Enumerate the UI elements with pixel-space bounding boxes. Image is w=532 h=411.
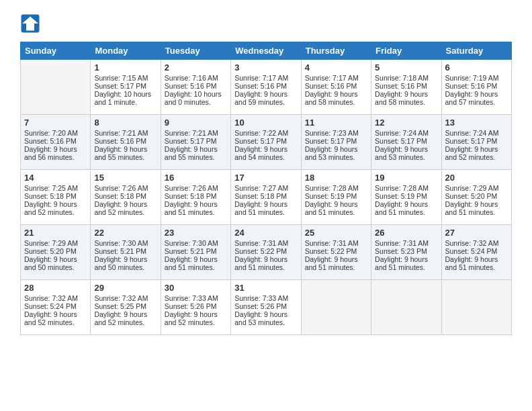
sunset-text: Sunset: 5:16 PM <box>445 82 508 90</box>
daylight-text: Daylight: 9 hours and 51 minutes. <box>234 255 297 271</box>
day-cell: 4Sunrise: 7:17 AMSunset: 5:16 PMDaylight… <box>301 60 371 115</box>
sunrise-text: Sunrise: 7:28 AM <box>305 184 367 192</box>
day-number: 4 <box>305 62 367 73</box>
day-cell: 29Sunrise: 7:32 AMSunset: 5:25 PMDayligh… <box>91 280 161 335</box>
day-number: 14 <box>24 173 87 183</box>
daylight-text: Daylight: 9 hours and 51 minutes. <box>445 255 508 271</box>
day-number: 8 <box>94 118 157 128</box>
day-number: 9 <box>165 118 227 128</box>
daylight-text: Daylight: 9 hours and 58 minutes. <box>375 90 437 106</box>
header-cell-friday: Friday <box>371 42 441 60</box>
day-number: 29 <box>94 283 157 293</box>
sunrise-text: Sunrise: 7:18 AM <box>375 74 437 82</box>
sunrise-text: Sunrise: 7:15 AM <box>94 74 157 82</box>
sunset-text: Sunset: 5:19 PM <box>305 192 367 200</box>
day-cell <box>21 60 91 115</box>
day-cell: 7Sunrise: 7:20 AMSunset: 5:16 PMDaylight… <box>21 115 91 170</box>
sunrise-text: Sunrise: 7:26 AM <box>94 184 157 192</box>
sunset-text: Sunset: 5:24 PM <box>445 247 508 255</box>
daylight-text: Daylight: 9 hours and 51 minutes. <box>165 200 227 216</box>
day-number: 27 <box>445 228 508 238</box>
day-number: 3 <box>234 62 297 73</box>
sunset-text: Sunset: 5:17 PM <box>445 137 508 145</box>
sunset-text: Sunset: 5:20 PM <box>445 192 508 200</box>
sunset-text: Sunset: 5:18 PM <box>94 192 157 200</box>
sunset-text: Sunset: 5:23 PM <box>375 247 437 255</box>
day-cell: 6Sunrise: 7:19 AMSunset: 5:16 PMDaylight… <box>441 60 511 115</box>
day-cell: 18Sunrise: 7:28 AMSunset: 5:19 PMDayligh… <box>301 170 371 225</box>
day-number: 22 <box>94 228 157 238</box>
day-number: 2 <box>165 62 227 73</box>
week-row: 28Sunrise: 7:32 AMSunset: 5:24 PMDayligh… <box>21 280 512 335</box>
sunset-text: Sunset: 5:24 PM <box>24 302 87 310</box>
sunset-text: Sunset: 5:22 PM <box>234 247 297 255</box>
day-number: 13 <box>445 118 508 128</box>
daylight-text: Daylight: 9 hours and 53 minutes. <box>234 310 297 326</box>
day-cell <box>301 280 371 335</box>
sunrise-text: Sunrise: 7:31 AM <box>234 239 297 247</box>
daylight-text: Daylight: 9 hours and 51 minutes. <box>305 200 367 216</box>
day-number: 23 <box>165 228 227 238</box>
header-cell-monday: Monday <box>91 42 161 60</box>
daylight-text: Daylight: 9 hours and 50 minutes. <box>24 255 87 271</box>
sunrise-text: Sunrise: 7:24 AM <box>375 129 437 137</box>
sunset-text: Sunset: 5:16 PM <box>234 82 297 90</box>
sunrise-text: Sunrise: 7:21 AM <box>94 129 157 137</box>
header-cell-tuesday: Tuesday <box>161 42 230 60</box>
day-cell: 30Sunrise: 7:33 AMSunset: 5:26 PMDayligh… <box>161 280 230 335</box>
day-cell: 22Sunrise: 7:30 AMSunset: 5:21 PMDayligh… <box>91 225 161 280</box>
daylight-text: Daylight: 9 hours and 58 minutes. <box>305 90 367 106</box>
day-number: 26 <box>375 228 437 238</box>
daylight-text: Daylight: 9 hours and 52 minutes. <box>24 310 87 326</box>
day-cell: 10Sunrise: 7:22 AMSunset: 5:17 PMDayligh… <box>231 115 301 170</box>
daylight-text: Daylight: 9 hours and 51 minutes. <box>375 200 437 216</box>
sunrise-text: Sunrise: 7:16 AM <box>165 74 227 82</box>
logo <box>20 13 43 34</box>
day-cell: 20Sunrise: 7:29 AMSunset: 5:20 PMDayligh… <box>441 170 511 225</box>
day-cell: 5Sunrise: 7:18 AMSunset: 5:16 PMDaylight… <box>371 60 441 115</box>
day-cell: 15Sunrise: 7:26 AMSunset: 5:18 PMDayligh… <box>91 170 161 225</box>
sunset-text: Sunset: 5:19 PM <box>375 192 437 200</box>
sunrise-text: Sunrise: 7:32 AM <box>24 294 87 302</box>
day-cell: 31Sunrise: 7:33 AMSunset: 5:26 PMDayligh… <box>231 280 301 335</box>
sunrise-text: Sunrise: 7:31 AM <box>375 239 437 247</box>
day-cell: 1Sunrise: 7:15 AMSunset: 5:17 PMDaylight… <box>91 60 161 115</box>
sunset-text: Sunset: 5:18 PM <box>24 192 87 200</box>
day-number: 17 <box>234 173 297 183</box>
day-cell: 12Sunrise: 7:24 AMSunset: 5:17 PMDayligh… <box>371 115 441 170</box>
daylight-text: Daylight: 9 hours and 55 minutes. <box>165 145 227 161</box>
sunset-text: Sunset: 5:17 PM <box>94 82 157 90</box>
daylight-text: Daylight: 9 hours and 52 minutes. <box>445 145 508 161</box>
sunset-text: Sunset: 5:20 PM <box>24 247 87 255</box>
day-cell: 28Sunrise: 7:32 AMSunset: 5:24 PMDayligh… <box>21 280 91 335</box>
daylight-text: Daylight: 9 hours and 55 minutes. <box>94 145 157 161</box>
day-number: 18 <box>305 173 367 183</box>
sunset-text: Sunset: 5:17 PM <box>165 137 227 145</box>
week-row: 21Sunrise: 7:29 AMSunset: 5:20 PMDayligh… <box>21 225 512 280</box>
sunset-text: Sunset: 5:18 PM <box>234 192 297 200</box>
day-number: 28 <box>24 283 87 293</box>
day-number: 15 <box>94 173 157 183</box>
daylight-text: Daylight: 9 hours and 54 minutes. <box>234 145 297 161</box>
header-row: SundayMondayTuesdayWednesdayThursdayFrid… <box>21 42 512 60</box>
day-number: 1 <box>94 62 157 73</box>
sunrise-text: Sunrise: 7:23 AM <box>305 129 367 137</box>
header <box>20 13 512 34</box>
day-cell: 24Sunrise: 7:31 AMSunset: 5:22 PMDayligh… <box>231 225 301 280</box>
day-cell: 2Sunrise: 7:16 AMSunset: 5:16 PMDaylight… <box>161 60 230 115</box>
sunrise-text: Sunrise: 7:31 AM <box>305 239 367 247</box>
daylight-text: Daylight: 10 hours and 0 minutes. <box>165 90 227 106</box>
day-number: 24 <box>234 228 297 238</box>
day-number: 19 <box>375 173 437 183</box>
daylight-text: Daylight: 9 hours and 52 minutes. <box>24 200 87 216</box>
day-cell: 9Sunrise: 7:21 AMSunset: 5:17 PMDaylight… <box>161 115 230 170</box>
day-number: 31 <box>234 283 297 293</box>
day-cell: 13Sunrise: 7:24 AMSunset: 5:17 PMDayligh… <box>441 115 511 170</box>
daylight-text: Daylight: 9 hours and 51 minutes. <box>445 200 508 216</box>
daylight-text: Daylight: 9 hours and 51 minutes. <box>375 255 437 271</box>
day-cell: 25Sunrise: 7:31 AMSunset: 5:22 PMDayligh… <box>301 225 371 280</box>
daylight-text: Daylight: 9 hours and 52 minutes. <box>94 310 157 326</box>
daylight-text: Daylight: 9 hours and 57 minutes. <box>445 90 508 106</box>
day-cell: 19Sunrise: 7:28 AMSunset: 5:19 PMDayligh… <box>371 170 441 225</box>
sunset-text: Sunset: 5:17 PM <box>234 137 297 145</box>
